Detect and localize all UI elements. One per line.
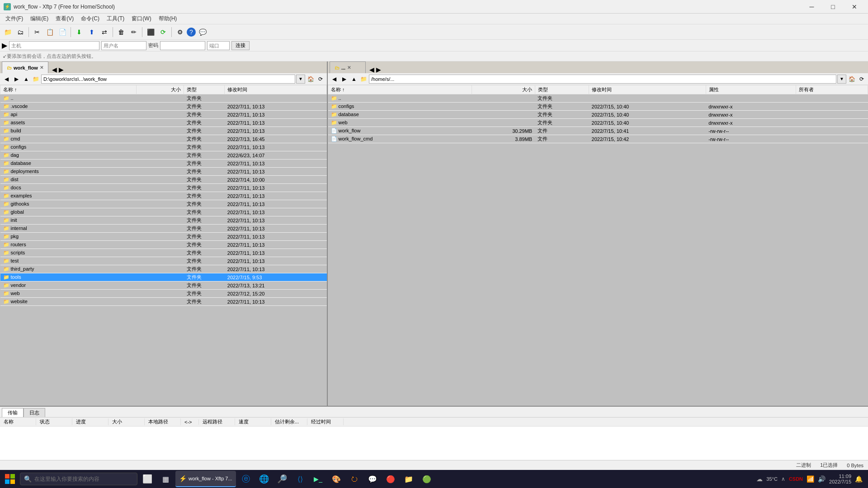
- right-path-input[interactable]: [369, 75, 836, 84]
- cut-button[interactable]: ✂: [31, 26, 43, 38]
- sync-button[interactable]: ⇄: [99, 26, 110, 38]
- download-button[interactable]: ⬇: [73, 26, 85, 38]
- clock[interactable]: 11:09 2022/7/15: [829, 474, 851, 484]
- edge-icon[interactable]: ⓔ: [238, 471, 254, 487]
- left-col-mtime[interactable]: 修改时间: [225, 85, 327, 94]
- table-row[interactable]: 📁global 文件夹 2022/7/11, 10:13: [0, 208, 327, 216]
- csdn-icon[interactable]: CSDN: [789, 476, 803, 482]
- app-icon-8[interactable]: ⭮: [346, 471, 363, 487]
- right-refresh-button[interactable]: ⟳: [857, 75, 866, 84]
- right-tab-nav-right[interactable]: ▶: [376, 66, 381, 73]
- table-row[interactable]: 📁third_party 文件夹 2022/7/11, 10:13: [0, 265, 327, 273]
- table-row[interactable]: 📁database 文件夹 2022/7/15, 10:40 drwxrwxr-…: [328, 111, 868, 119]
- left-up-button[interactable]: ▲: [22, 75, 31, 84]
- right-tab-nav-left[interactable]: ◀: [369, 66, 374, 73]
- widgets-button[interactable]: ▦: [157, 471, 174, 487]
- left-path-input[interactable]: [41, 75, 295, 84]
- table-row[interactable]: 📁pkg 文件夹 2022/7/11, 10:13: [0, 233, 327, 241]
- left-refresh-button[interactable]: ⟳: [316, 75, 325, 84]
- table-row[interactable]: 📁routers 文件夹 2022/7/11, 10:13: [0, 241, 327, 249]
- vscode-icon[interactable]: ⟨⟩: [292, 471, 308, 487]
- user-input[interactable]: [101, 41, 146, 50]
- table-row[interactable]: 📁tools 文件夹 2022/7/15, 9:53: [0, 273, 327, 282]
- left-tab-nav-right[interactable]: ▶: [59, 66, 64, 73]
- left-home-button[interactable]: 🏠: [306, 75, 315, 84]
- table-row[interactable]: 📁scripts 文件夹 2022/7/11, 10:13: [0, 249, 327, 257]
- table-row[interactable]: 📄work_flow 30.29MB 文件 2022/7/15, 10:41 -…: [328, 127, 868, 135]
- table-row[interactable]: 📁examples 文件夹 2022/7/11, 10:13: [0, 192, 327, 200]
- left-col-type[interactable]: 类型: [184, 85, 225, 94]
- menu-file[interactable]: 文件(F): [2, 14, 27, 24]
- table-row[interactable]: 📁configs 文件夹 2022/7/15, 10:40 drwxrwxr-x: [328, 103, 868, 111]
- table-row[interactable]: 📁assets 文件夹 2022/7/11, 10:13: [0, 119, 327, 127]
- right-col-type[interactable]: 类型: [535, 85, 589, 94]
- right-col-name[interactable]: 名称 ↑: [328, 85, 472, 94]
- left-path-dropdown[interactable]: ▼: [296, 75, 305, 84]
- right-col-mtime[interactable]: 修改时间: [589, 85, 706, 94]
- transfer-tab-log[interactable]: 日志: [24, 408, 45, 417]
- notification-icon[interactable]: 🔔: [855, 475, 863, 483]
- table-row[interactable]: 📁api 文件夹 2022/7/11, 10:13: [0, 111, 327, 119]
- table-row[interactable]: 📁docs 文件夹 2022/7/11, 10:13: [0, 184, 327, 192]
- host-input[interactable]: [9, 41, 99, 50]
- left-tab-close[interactable]: ✕: [40, 65, 43, 70]
- xftp-taskbar-app[interactable]: ⚡ work_flow - Xftp 7...: [175, 471, 236, 487]
- menu-tools[interactable]: 工具(T): [103, 14, 128, 24]
- menu-edit[interactable]: 编辑(E): [27, 14, 52, 24]
- table-row[interactable]: 📁cmd 文件夹 2022/7/13, 16:45: [0, 135, 327, 143]
- stop-button[interactable]: ⬛: [145, 26, 156, 38]
- menu-command[interactable]: 命令(C): [77, 14, 103, 24]
- left-col-size[interactable]: 大小: [136, 85, 184, 94]
- copy-button[interactable]: 📋: [44, 26, 56, 38]
- right-forward-button[interactable]: ▶: [340, 75, 349, 84]
- right-col-size[interactable]: 大小: [472, 85, 535, 94]
- conn-arrow-icon[interactable]: ▶: [2, 41, 7, 50]
- app-icon-11[interactable]: 🟢: [419, 471, 435, 487]
- left-tab-nav-left[interactable]: ◀: [52, 66, 57, 73]
- rename-button[interactable]: ✏: [128, 26, 140, 38]
- right-tab-close[interactable]: ✕: [347, 65, 351, 70]
- table-row[interactable]: 📁build 文件夹 2022/7/11, 10:13: [0, 127, 327, 135]
- search-icon-2[interactable]: 🔎: [274, 471, 290, 487]
- menu-view[interactable]: 查看(V): [52, 14, 77, 24]
- taskbar-search-input[interactable]: [34, 476, 125, 482]
- table-row[interactable]: 📁init 文件夹 2022/7/11, 10:13: [0, 216, 327, 225]
- terminal-icon[interactable]: ▶_: [310, 471, 326, 487]
- table-row[interactable]: 📁dist 文件夹 2022/7/14, 10:00: [0, 176, 327, 184]
- menu-window[interactable]: 窗口(W): [128, 14, 155, 24]
- transfer-tab-transfer[interactable]: 传输: [2, 408, 24, 417]
- refresh-button[interactable]: ⟳: [157, 26, 169, 38]
- left-col-name[interactable]: 名称 ↑: [0, 85, 137, 94]
- right-back-button[interactable]: ◀: [330, 75, 339, 84]
- connect-button[interactable]: 连接: [231, 41, 250, 50]
- maximize-button[interactable]: □: [823, 0, 843, 14]
- table-row[interactable]: 📁database 文件夹 2022/7/11, 10:13: [0, 160, 327, 168]
- table-row[interactable]: 📄work_flow_cmd 3.89MB 文件 2022/7/15, 10:4…: [328, 135, 868, 143]
- chat-button[interactable]: 💬: [197, 26, 208, 38]
- right-col-perm[interactable]: 属性: [706, 85, 796, 94]
- right-col-owner[interactable]: 所有者: [796, 85, 868, 94]
- close-button[interactable]: ✕: [844, 0, 864, 14]
- table-row[interactable]: 📁test 文件夹 2022/7/11, 10:13: [0, 257, 327, 265]
- table-row[interactable]: 📁configs 文件夹 2022/7/11, 10:13: [0, 143, 327, 151]
- settings-button[interactable]: ⚙: [174, 26, 186, 38]
- filemanager-icon[interactable]: 📁: [401, 471, 417, 487]
- right-up-button[interactable]: ▲: [349, 75, 359, 84]
- taskview-button[interactable]: ⬜: [139, 471, 156, 487]
- table-row[interactable]: 📁deployments 文件夹 2022/7/11, 10:13: [0, 168, 327, 176]
- paste-button[interactable]: 📄: [57, 26, 68, 38]
- new-session-button[interactable]: 📁: [2, 26, 14, 38]
- left-tab-workflow[interactable]: 🗁 work_flow ✕: [2, 61, 48, 73]
- paint-icon[interactable]: 🎨: [328, 471, 344, 487]
- port-input[interactable]: [207, 41, 230, 50]
- wechat-icon[interactable]: 💬: [364, 471, 381, 487]
- table-row[interactable]: 📁dag 文件夹 2022/6/23, 14:07: [0, 151, 327, 160]
- taskbar-search-box[interactable]: 🔍: [20, 473, 137, 485]
- delete-button[interactable]: 🗑: [115, 26, 127, 38]
- left-forward-button[interactable]: ▶: [12, 75, 21, 84]
- upload-button[interactable]: ⬆: [86, 26, 98, 38]
- right-path-dropdown[interactable]: ▼: [837, 75, 846, 84]
- minimize-button[interactable]: ─: [802, 0, 822, 14]
- chrome-icon[interactable]: 🌐: [256, 471, 272, 487]
- table-row[interactable]: 📁.. 文件夹: [0, 94, 327, 103]
